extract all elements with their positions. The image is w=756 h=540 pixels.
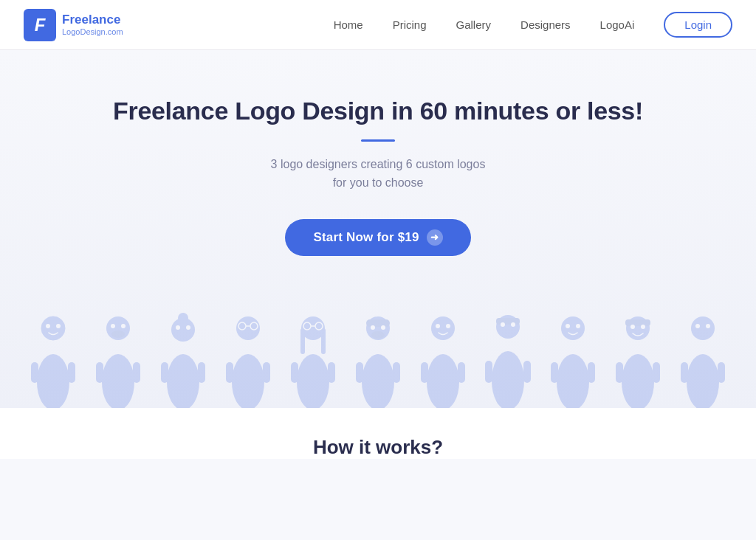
person-illustration — [151, 301, 216, 408]
svg-point-63 — [446, 324, 450, 328]
person-illustration — [605, 301, 670, 408]
svg-point-48 — [362, 354, 394, 408]
svg-rect-21 — [187, 378, 194, 404]
svg-rect-2 — [42, 378, 49, 404]
svg-rect-23 — [198, 362, 205, 383]
svg-rect-87 — [653, 362, 660, 383]
svg-rect-10 — [107, 378, 114, 404]
svg-rect-20 — [172, 378, 179, 404]
person-illustration — [216, 301, 281, 408]
hero-subtitle-line2: for you to choose — [333, 176, 424, 189]
svg-point-57 — [427, 354, 459, 408]
svg-rect-3 — [57, 378, 64, 404]
svg-point-14 — [111, 324, 115, 328]
hero-title: Freelance Logo Design in 60 minutes or l… — [113, 96, 643, 126]
svg-point-24 — [176, 325, 180, 330]
svg-point-74 — [557, 354, 589, 408]
person-illustration — [410, 301, 475, 408]
logo-text: Freelance LogoDesign.com — [62, 13, 123, 36]
svg-point-53 — [371, 325, 375, 330]
logo: F Freelance LogoDesign.com — [24, 9, 123, 41]
svg-rect-4 — [31, 362, 38, 383]
hero-subtitle: 3 logo designers creating 6 custom logos… — [271, 155, 486, 193]
svg-rect-85 — [642, 378, 649, 404]
svg-rect-65 — [496, 318, 520, 325]
svg-point-80 — [576, 324, 580, 328]
nav-pricing[interactable]: Pricing — [393, 18, 427, 31]
person-illustration — [540, 301, 605, 408]
svg-rect-36 — [300, 328, 305, 354]
person-illustration — [281, 301, 346, 408]
svg-point-6 — [46, 324, 50, 328]
main-nav: Home Pricing Gallery Designers LogoAi Lo… — [334, 12, 732, 38]
hero-divider — [361, 139, 395, 142]
svg-rect-49 — [367, 378, 374, 404]
svg-rect-41 — [291, 362, 298, 383]
svg-rect-94 — [681, 362, 688, 383]
svg-rect-28 — [237, 378, 244, 404]
svg-point-72 — [511, 322, 515, 327]
nav-gallery[interactable]: Gallery — [456, 18, 492, 31]
cta-button[interactable]: Start Now for $19 ➜ — [285, 219, 470, 256]
nav-designers[interactable]: Designers — [520, 18, 571, 31]
svg-rect-61 — [458, 362, 465, 383]
logo-sub: LogoDesign.com — [62, 27, 123, 36]
svg-rect-84 — [627, 378, 634, 404]
svg-point-55 — [371, 331, 385, 339]
svg-rect-13 — [133, 362, 140, 383]
svg-rect-40 — [317, 378, 324, 404]
logo-name: Freelance — [62, 13, 123, 27]
svg-point-7 — [56, 324, 61, 328]
cta-arrow-icon: ➜ — [427, 229, 443, 246]
svg-rect-37 — [321, 328, 326, 354]
svg-point-88 — [630, 325, 635, 329]
svg-rect-5 — [68, 362, 75, 383]
svg-point-18 — [178, 313, 188, 323]
nav-logoai[interactable]: LogoAi — [600, 18, 635, 31]
person-illustration — [346, 301, 410, 408]
svg-rect-29 — [252, 378, 259, 404]
svg-point-9 — [102, 354, 134, 408]
svg-rect-68 — [512, 378, 519, 405]
svg-point-15 — [121, 324, 126, 328]
svg-point-89 — [641, 325, 645, 329]
svg-point-27 — [232, 354, 264, 408]
person-illustration — [21, 301, 86, 408]
nav-home[interactable]: Home — [334, 18, 363, 31]
svg-rect-69 — [485, 361, 492, 383]
svg-rect-22 — [161, 362, 168, 383]
svg-rect-93 — [707, 378, 714, 404]
hero-section: Freelance Logo Design in 60 minutes or l… — [0, 50, 756, 408]
login-button[interactable]: Login — [664, 12, 732, 38]
svg-point-79 — [566, 324, 570, 328]
svg-point-62 — [436, 324, 440, 328]
svg-rect-58 — [432, 378, 439, 404]
svg-rect-47 — [366, 319, 390, 327]
svg-rect-77 — [551, 362, 558, 383]
svg-rect-30 — [226, 362, 233, 383]
svg-rect-31 — [263, 362, 270, 383]
svg-rect-52 — [393, 362, 400, 383]
how-it-works-title: How it works? — [0, 436, 756, 459]
svg-rect-50 — [382, 378, 389, 404]
svg-point-1 — [37, 354, 69, 408]
person-illustration — [86, 301, 151, 408]
svg-rect-11 — [122, 378, 129, 404]
svg-rect-12 — [96, 362, 103, 383]
svg-rect-51 — [356, 362, 363, 383]
svg-rect-76 — [577, 378, 584, 404]
svg-point-71 — [501, 322, 505, 327]
svg-rect-78 — [588, 362, 595, 383]
svg-point-19 — [167, 354, 199, 408]
svg-point-96 — [695, 324, 700, 328]
svg-point-38 — [297, 354, 329, 408]
svg-point-0 — [41, 316, 65, 340]
person-illustration — [670, 301, 735, 408]
svg-point-56 — [431, 316, 455, 340]
svg-point-54 — [381, 325, 385, 330]
svg-rect-70 — [523, 361, 531, 383]
hero-subtitle-line1: 3 logo designers creating 6 custom logos — [271, 158, 486, 170]
svg-rect-86 — [616, 362, 623, 383]
logo-icon: F — [24, 9, 56, 41]
svg-point-83 — [622, 354, 654, 408]
